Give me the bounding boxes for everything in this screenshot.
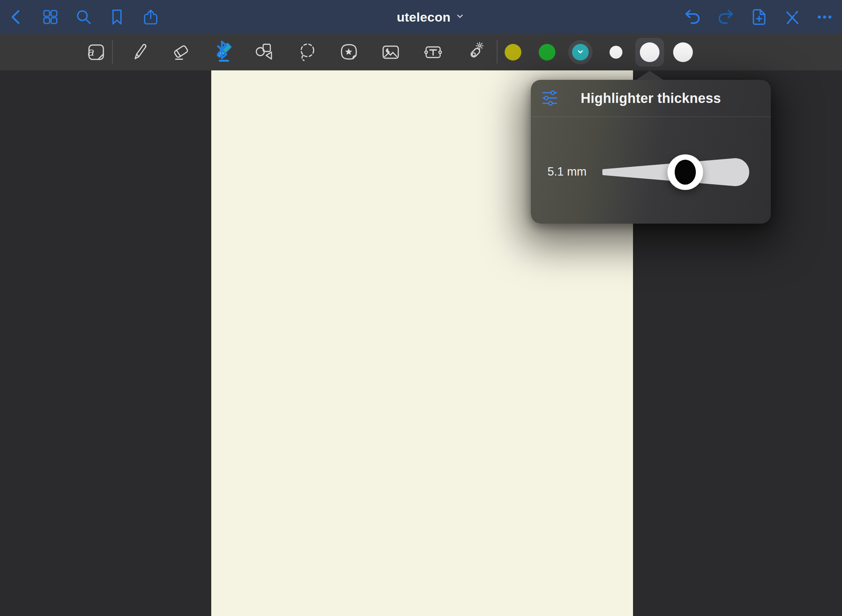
tool-laser-pointer[interactable] bbox=[463, 40, 487, 64]
tool-image[interactable] bbox=[379, 40, 403, 64]
pen-icon bbox=[129, 42, 150, 63]
thickness-value-label: 5.1 mm bbox=[547, 165, 586, 179]
slider-knob[interactable] bbox=[667, 154, 703, 190]
tool-elements[interactable] bbox=[337, 40, 361, 64]
sticker-star-icon bbox=[338, 42, 360, 63]
tools-toolbar: a bbox=[0, 34, 842, 70]
more-button[interactable] bbox=[814, 6, 835, 28]
bookmark-icon bbox=[108, 8, 126, 26]
tool-highlighter[interactable] bbox=[211, 40, 235, 64]
grid-icon bbox=[41, 8, 59, 26]
thickness-small-dot bbox=[610, 46, 622, 59]
back-button[interactable] bbox=[6, 6, 27, 28]
laser-pointer-icon bbox=[465, 42, 486, 63]
search-button[interactable] bbox=[73, 6, 94, 28]
back-chevron-icon bbox=[8, 8, 26, 26]
pen-crossed-icon bbox=[783, 8, 801, 26]
color-swatch-teal-selected[interactable] bbox=[568, 40, 593, 64]
thickness-large-dot bbox=[673, 42, 693, 62]
color-swatch-yellow[interactable] bbox=[505, 44, 521, 61]
shapes-icon bbox=[254, 42, 276, 63]
thickness-slider[interactable] bbox=[602, 154, 753, 190]
read-only-button[interactable] bbox=[781, 6, 803, 28]
pages-overview-button[interactable] bbox=[40, 6, 61, 28]
tool-eraser[interactable] bbox=[169, 40, 193, 64]
redo-icon bbox=[717, 8, 735, 26]
undo-button[interactable] bbox=[682, 6, 703, 28]
bluetooth-icon bbox=[211, 39, 232, 61]
highlighter-thickness-popover: Highlighter thickness 5.1 mm bbox=[531, 80, 771, 224]
app-window: utelecon bbox=[0, 0, 842, 616]
lasso-icon bbox=[297, 42, 318, 63]
thickness-medium-dot bbox=[640, 42, 660, 62]
tool-text[interactable] bbox=[421, 40, 445, 64]
tool-pen[interactable] bbox=[128, 40, 152, 64]
eraser-icon bbox=[171, 42, 192, 63]
search-icon bbox=[75, 8, 93, 26]
popover-header: Highlighter thickness bbox=[531, 80, 771, 117]
tool-lasso[interactable] bbox=[295, 40, 320, 64]
undo-icon bbox=[683, 8, 702, 26]
svg-text:a: a bbox=[87, 45, 94, 58]
top-nav-bar: utelecon bbox=[0, 0, 842, 34]
redo-button[interactable] bbox=[715, 6, 736, 28]
share-button[interactable] bbox=[140, 6, 161, 28]
bookmarks-button[interactable] bbox=[106, 6, 128, 28]
add-page-button[interactable] bbox=[748, 6, 770, 28]
toolbar-divider bbox=[497, 40, 497, 64]
image-icon bbox=[380, 42, 401, 63]
tool-shapes[interactable] bbox=[253, 40, 277, 64]
chevron-down-icon bbox=[456, 12, 464, 22]
document-title: utelecon bbox=[397, 10, 451, 25]
ellipsis-icon bbox=[815, 8, 834, 26]
add-page-icon bbox=[750, 8, 768, 26]
color-swatch-green[interactable] bbox=[539, 44, 555, 61]
chevron-down-icon bbox=[575, 47, 585, 58]
text-icon bbox=[423, 42, 444, 63]
popover-title: Highlighter thickness bbox=[531, 80, 771, 117]
share-icon bbox=[142, 8, 160, 26]
popover-arrow bbox=[636, 71, 664, 80]
tool-zoom-window[interactable]: a bbox=[84, 40, 108, 64]
thickness-medium-button-selected[interactable] bbox=[635, 38, 664, 67]
zoom-window-icon: a bbox=[86, 42, 107, 63]
thickness-large-button[interactable] bbox=[673, 42, 693, 62]
slider-knob-dot bbox=[675, 160, 696, 185]
document-title-button[interactable]: utelecon bbox=[397, 0, 464, 34]
thickness-small-button[interactable] bbox=[610, 46, 622, 59]
toolbar-divider bbox=[112, 40, 113, 64]
teal-swatch bbox=[572, 44, 589, 61]
